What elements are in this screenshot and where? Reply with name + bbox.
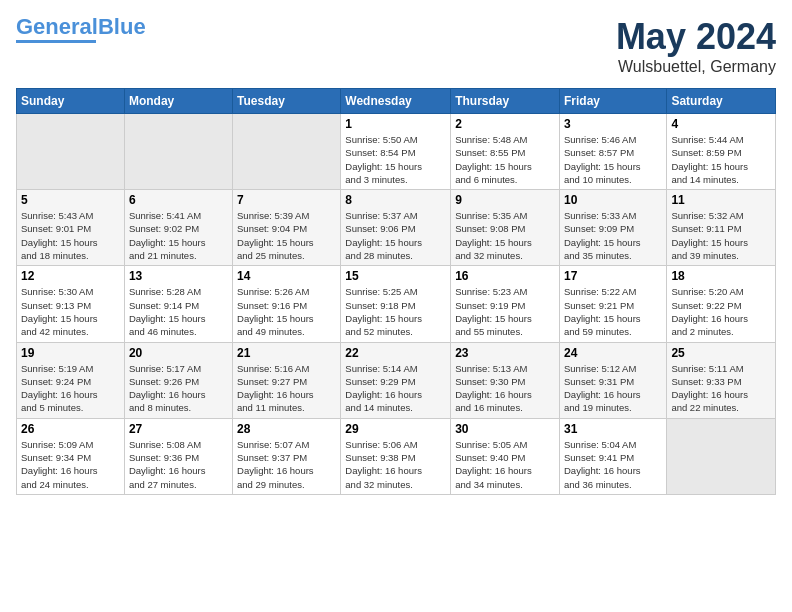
day-number: 23	[455, 346, 555, 360]
day-info: Sunrise: 5:19 AMSunset: 9:24 PMDaylight:…	[21, 362, 120, 415]
day-info: Sunrise: 5:41 AMSunset: 9:02 PMDaylight:…	[129, 209, 228, 262]
day-info: Sunrise: 5:44 AMSunset: 8:59 PMDaylight:…	[671, 133, 771, 186]
day-number: 10	[564, 193, 662, 207]
day-number: 25	[671, 346, 771, 360]
day-number: 3	[564, 117, 662, 131]
calendar-cell-week0-day5: 3Sunrise: 5:46 AMSunset: 8:57 PMDaylight…	[559, 114, 666, 190]
day-info: Sunrise: 5:06 AMSunset: 9:38 PMDaylight:…	[345, 438, 446, 491]
day-number: 6	[129, 193, 228, 207]
day-number: 27	[129, 422, 228, 436]
calendar-cell-week0-day6: 4Sunrise: 5:44 AMSunset: 8:59 PMDaylight…	[667, 114, 776, 190]
calendar-cell-week0-day3: 1Sunrise: 5:50 AMSunset: 8:54 PMDaylight…	[341, 114, 451, 190]
day-number: 5	[21, 193, 120, 207]
day-number: 16	[455, 269, 555, 283]
calendar-cell-week0-day0	[17, 114, 125, 190]
calendar-cell-week4-day4: 30Sunrise: 5:05 AMSunset: 9:40 PMDayligh…	[451, 418, 560, 494]
calendar-cell-week3-day5: 24Sunrise: 5:12 AMSunset: 9:31 PMDayligh…	[559, 342, 666, 418]
calendar-cell-week4-day5: 31Sunrise: 5:04 AMSunset: 9:41 PMDayligh…	[559, 418, 666, 494]
calendar-cell-week3-day3: 22Sunrise: 5:14 AMSunset: 9:29 PMDayligh…	[341, 342, 451, 418]
day-number: 26	[21, 422, 120, 436]
day-number: 7	[237, 193, 336, 207]
calendar-cell-week1-day1: 6Sunrise: 5:41 AMSunset: 9:02 PMDaylight…	[124, 190, 232, 266]
day-info: Sunrise: 5:48 AMSunset: 8:55 PMDaylight:…	[455, 133, 555, 186]
day-of-week-tuesday: Tuesday	[233, 89, 341, 114]
day-info: Sunrise: 5:11 AMSunset: 9:33 PMDaylight:…	[671, 362, 771, 415]
calendar-cell-week4-day0: 26Sunrise: 5:09 AMSunset: 9:34 PMDayligh…	[17, 418, 125, 494]
day-number: 2	[455, 117, 555, 131]
day-info: Sunrise: 5:25 AMSunset: 9:18 PMDaylight:…	[345, 285, 446, 338]
day-number: 29	[345, 422, 446, 436]
month-title: May 2024	[616, 16, 776, 58]
calendar-cell-week2-day0: 12Sunrise: 5:30 AMSunset: 9:13 PMDayligh…	[17, 266, 125, 342]
day-info: Sunrise: 5:14 AMSunset: 9:29 PMDaylight:…	[345, 362, 446, 415]
calendar-cell-week3-day1: 20Sunrise: 5:17 AMSunset: 9:26 PMDayligh…	[124, 342, 232, 418]
day-info: Sunrise: 5:33 AMSunset: 9:09 PMDaylight:…	[564, 209, 662, 262]
calendar-cell-week3-day0: 19Sunrise: 5:19 AMSunset: 9:24 PMDayligh…	[17, 342, 125, 418]
day-number: 20	[129, 346, 228, 360]
day-number: 8	[345, 193, 446, 207]
calendar-cell-week0-day2	[233, 114, 341, 190]
day-number: 1	[345, 117, 446, 131]
day-number: 14	[237, 269, 336, 283]
day-number: 18	[671, 269, 771, 283]
day-of-week-thursday: Thursday	[451, 89, 560, 114]
day-of-week-saturday: Saturday	[667, 89, 776, 114]
day-number: 17	[564, 269, 662, 283]
day-of-week-sunday: Sunday	[17, 89, 125, 114]
day-info: Sunrise: 5:17 AMSunset: 9:26 PMDaylight:…	[129, 362, 228, 415]
calendar-cell-week2-day3: 15Sunrise: 5:25 AMSunset: 9:18 PMDayligh…	[341, 266, 451, 342]
calendar-cell-week1-day6: 11Sunrise: 5:32 AMSunset: 9:11 PMDayligh…	[667, 190, 776, 266]
calendar-cell-week0-day4: 2Sunrise: 5:48 AMSunset: 8:55 PMDaylight…	[451, 114, 560, 190]
day-number: 31	[564, 422, 662, 436]
calendar-cell-week1-day4: 9Sunrise: 5:35 AMSunset: 9:08 PMDaylight…	[451, 190, 560, 266]
calendar-table: SundayMondayTuesdayWednesdayThursdayFrid…	[16, 88, 776, 495]
day-info: Sunrise: 5:23 AMSunset: 9:19 PMDaylight:…	[455, 285, 555, 338]
calendar-cell-week1-day3: 8Sunrise: 5:37 AMSunset: 9:06 PMDaylight…	[341, 190, 451, 266]
day-info: Sunrise: 5:04 AMSunset: 9:41 PMDaylight:…	[564, 438, 662, 491]
day-info: Sunrise: 5:35 AMSunset: 9:08 PMDaylight:…	[455, 209, 555, 262]
day-info: Sunrise: 5:28 AMSunset: 9:14 PMDaylight:…	[129, 285, 228, 338]
calendar-cell-week2-day6: 18Sunrise: 5:20 AMSunset: 9:22 PMDayligh…	[667, 266, 776, 342]
calendar-cell-week4-day1: 27Sunrise: 5:08 AMSunset: 9:36 PMDayligh…	[124, 418, 232, 494]
day-info: Sunrise: 5:37 AMSunset: 9:06 PMDaylight:…	[345, 209, 446, 262]
day-number: 22	[345, 346, 446, 360]
day-info: Sunrise: 5:20 AMSunset: 9:22 PMDaylight:…	[671, 285, 771, 338]
calendar-cell-week2-day4: 16Sunrise: 5:23 AMSunset: 9:19 PMDayligh…	[451, 266, 560, 342]
day-of-week-monday: Monday	[124, 89, 232, 114]
day-number: 12	[21, 269, 120, 283]
day-number: 11	[671, 193, 771, 207]
day-info: Sunrise: 5:46 AMSunset: 8:57 PMDaylight:…	[564, 133, 662, 186]
calendar-cell-week3-day4: 23Sunrise: 5:13 AMSunset: 9:30 PMDayligh…	[451, 342, 560, 418]
calendar-cell-week1-day2: 7Sunrise: 5:39 AMSunset: 9:04 PMDaylight…	[233, 190, 341, 266]
logo-text: GeneralBlue	[16, 16, 146, 38]
day-number: 13	[129, 269, 228, 283]
calendar-cell-week3-day2: 21Sunrise: 5:16 AMSunset: 9:27 PMDayligh…	[233, 342, 341, 418]
day-number: 30	[455, 422, 555, 436]
calendar-cell-week4-day2: 28Sunrise: 5:07 AMSunset: 9:37 PMDayligh…	[233, 418, 341, 494]
day-number: 15	[345, 269, 446, 283]
calendar-cell-week2-day2: 14Sunrise: 5:26 AMSunset: 9:16 PMDayligh…	[233, 266, 341, 342]
day-of-week-friday: Friday	[559, 89, 666, 114]
day-of-week-wednesday: Wednesday	[341, 89, 451, 114]
day-number: 24	[564, 346, 662, 360]
day-info: Sunrise: 5:08 AMSunset: 9:36 PMDaylight:…	[129, 438, 228, 491]
calendar-cell-week2-day1: 13Sunrise: 5:28 AMSunset: 9:14 PMDayligh…	[124, 266, 232, 342]
logo-general: General	[16, 14, 98, 39]
calendar-cell-week3-day6: 25Sunrise: 5:11 AMSunset: 9:33 PMDayligh…	[667, 342, 776, 418]
day-number: 19	[21, 346, 120, 360]
location-title: Wulsbuettel, Germany	[616, 58, 776, 76]
day-info: Sunrise: 5:43 AMSunset: 9:01 PMDaylight:…	[21, 209, 120, 262]
day-info: Sunrise: 5:07 AMSunset: 9:37 PMDaylight:…	[237, 438, 336, 491]
logo-blue: Blue	[98, 14, 146, 39]
calendar-cell-week2-day5: 17Sunrise: 5:22 AMSunset: 9:21 PMDayligh…	[559, 266, 666, 342]
day-info: Sunrise: 5:13 AMSunset: 9:30 PMDaylight:…	[455, 362, 555, 415]
logo: GeneralBlue	[16, 16, 146, 45]
calendar-cell-week1-day0: 5Sunrise: 5:43 AMSunset: 9:01 PMDaylight…	[17, 190, 125, 266]
calendar-cell-week4-day6	[667, 418, 776, 494]
calendar-cell-week1-day5: 10Sunrise: 5:33 AMSunset: 9:09 PMDayligh…	[559, 190, 666, 266]
day-number: 4	[671, 117, 771, 131]
page-header: GeneralBlue May 2024 Wulsbuettel, German…	[16, 16, 776, 76]
day-info: Sunrise: 5:05 AMSunset: 9:40 PMDaylight:…	[455, 438, 555, 491]
day-info: Sunrise: 5:12 AMSunset: 9:31 PMDaylight:…	[564, 362, 662, 415]
day-info: Sunrise: 5:22 AMSunset: 9:21 PMDaylight:…	[564, 285, 662, 338]
